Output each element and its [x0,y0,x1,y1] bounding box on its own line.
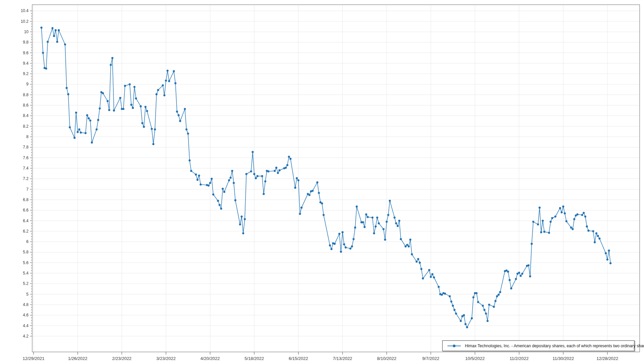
data-point[interactable] [466,326,468,328]
data-point[interactable] [605,252,607,254]
data-point[interactable] [497,294,499,296]
data-point[interactable] [529,275,531,277]
data-point[interactable] [608,250,610,252]
data-point[interactable] [532,221,534,223]
data-point[interactable] [64,43,66,45]
data-point[interactable] [382,228,384,230]
data-point[interactable] [85,132,87,134]
data-point[interactable] [255,177,257,179]
data-point[interactable] [485,313,487,315]
data-point[interactable] [165,79,167,81]
data-point[interactable] [455,313,457,315]
data-point[interactable] [477,301,479,303]
data-point[interactable] [542,220,544,222]
data-point[interactable] [231,170,233,172]
data-point[interactable] [411,253,413,255]
data-point[interactable] [277,172,279,174]
data-point[interactable] [406,244,408,246]
data-point[interactable] [252,151,254,153]
data-point[interactable] [430,276,432,278]
data-point[interactable] [586,226,588,228]
data-point[interactable] [234,199,236,201]
data-point[interactable] [408,245,410,247]
data-point[interactable] [386,221,388,223]
data-point[interactable] [53,35,55,37]
data-point[interactable] [185,128,187,130]
data-point[interactable] [189,159,191,161]
data-point[interactable] [146,110,148,112]
data-point[interactable] [45,67,47,69]
data-point[interactable] [77,131,79,133]
data-point[interactable] [129,83,131,85]
data-point[interactable] [244,218,246,220]
data-point[interactable] [88,117,90,119]
data-point[interactable] [438,286,440,288]
data-point[interactable] [96,128,98,130]
data-point[interactable] [572,228,574,230]
data-point[interactable] [560,211,562,213]
data-point[interactable] [356,205,358,207]
data-point[interactable] [278,169,280,171]
data-point[interactable] [107,100,109,102]
data-point[interactable] [592,230,594,232]
data-point[interactable] [55,29,57,31]
data-point[interactable] [154,128,156,130]
data-point[interactable] [179,120,181,122]
data-point[interactable] [73,137,75,139]
data-point[interactable] [350,247,352,249]
data-point[interactable] [261,175,263,177]
data-point[interactable] [378,222,380,224]
data-point[interactable] [460,320,462,322]
data-point[interactable] [184,108,186,110]
data-point[interactable] [211,178,213,180]
data-point[interactable] [208,185,210,187]
data-point[interactable] [341,231,343,233]
data-point[interactable] [476,292,478,294]
data-point[interactable] [294,187,296,189]
data-point[interactable] [354,227,356,229]
data-point[interactable] [537,223,539,225]
data-point[interactable] [318,192,320,194]
data-point[interactable] [217,200,219,202]
data-point[interactable] [387,214,389,216]
data-point[interactable] [329,244,331,246]
data-point[interactable] [499,291,501,293]
data-point[interactable] [398,220,400,222]
data-point[interactable] [301,206,303,208]
data-point[interactable] [67,93,69,95]
data-point[interactable] [444,293,446,295]
data-point[interactable] [274,170,276,172]
data-point[interactable] [86,114,88,116]
data-point[interactable] [51,27,53,29]
data-point[interactable] [58,29,60,31]
data-point[interactable] [200,183,202,185]
data-point[interactable] [548,232,550,234]
data-point[interactable] [463,314,465,316]
data-point[interactable] [371,217,373,219]
data-point[interactable] [453,309,455,311]
data-point[interactable] [419,262,421,264]
data-point[interactable] [253,173,255,175]
data-point[interactable] [66,87,68,89]
data-point[interactable] [187,133,189,135]
data-point[interactable] [338,233,340,235]
data-point[interactable] [400,238,402,240]
data-point[interactable] [389,200,391,202]
data-point[interactable] [69,126,71,128]
data-point[interactable] [587,230,589,232]
data-point[interactable] [487,320,489,322]
data-point[interactable] [108,109,110,111]
data-point[interactable] [113,110,115,112]
data-point[interactable] [583,212,585,214]
data-point[interactable] [576,214,578,216]
data-point[interactable] [174,82,176,84]
data-point[interactable] [308,194,310,196]
data-point[interactable] [570,227,572,229]
data-point[interactable] [75,112,77,114]
data-point[interactable] [598,238,600,240]
data-point[interactable] [267,170,269,172]
data-point[interactable] [507,270,509,273]
data-point[interactable] [521,273,523,275]
data-point[interactable] [531,243,533,245]
data-point[interactable] [176,111,178,113]
